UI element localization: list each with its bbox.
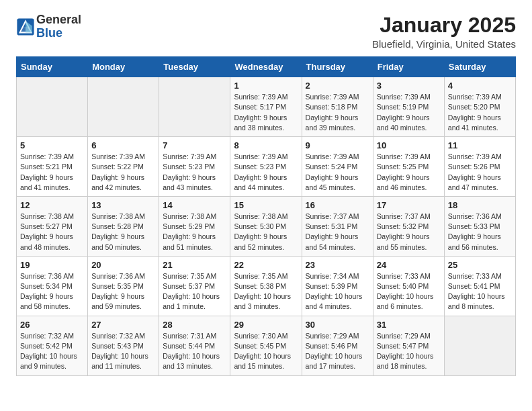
svg-rect-3	[21, 27, 29, 32]
calendar-week-1: 1Sunrise: 7:39 AM Sunset: 5:17 PM Daylig…	[17, 77, 516, 137]
logo-icon	[16, 17, 35, 36]
day-header-tuesday: Tuesday	[159, 57, 230, 77]
day-info: Sunrise: 7:35 AM Sunset: 5:38 PM Dayligh…	[234, 271, 298, 312]
day-number: 28	[163, 320, 226, 330]
day-info: Sunrise: 7:29 AM Sunset: 5:47 PM Dayligh…	[377, 331, 441, 372]
day-number: 20	[91, 260, 155, 270]
calendar-week-5: 26Sunrise: 7:32 AM Sunset: 5:42 PM Dayli…	[17, 316, 516, 375]
calendar-cell: 19Sunrise: 7:36 AM Sunset: 5:34 PM Dayli…	[17, 256, 88, 316]
day-info: Sunrise: 7:39 AM Sunset: 5:24 PM Dayligh…	[306, 152, 369, 193]
day-number: 8	[234, 140, 298, 150]
calendar-cell: 16Sunrise: 7:37 AM Sunset: 5:31 PM Dayli…	[302, 196, 373, 256]
calendar-cell: 20Sunrise: 7:36 AM Sunset: 5:35 PM Dayli…	[88, 256, 159, 316]
calendar-cell: 7Sunrise: 7:39 AM Sunset: 5:23 PM Daylig…	[159, 137, 230, 197]
day-number: 14	[163, 200, 226, 210]
day-info: Sunrise: 7:32 AM Sunset: 5:42 PM Dayligh…	[20, 331, 84, 372]
calendar-cell: 24Sunrise: 7:33 AM Sunset: 5:40 PM Dayli…	[373, 256, 444, 316]
logo-text: General Blue	[36, 13, 81, 40]
calendar-cell: 23Sunrise: 7:34 AM Sunset: 5:39 PM Dayli…	[302, 256, 373, 316]
day-number: 31	[377, 320, 441, 330]
day-info: Sunrise: 7:31 AM Sunset: 5:44 PM Dayligh…	[163, 331, 226, 372]
day-info: Sunrise: 7:39 AM Sunset: 5:20 PM Dayligh…	[448, 92, 512, 133]
logo: General Blue	[16, 13, 81, 40]
calendar-cell: 18Sunrise: 7:36 AM Sunset: 5:33 PM Dayli…	[444, 196, 515, 256]
day-info: Sunrise: 7:38 AM Sunset: 5:27 PM Dayligh…	[20, 212, 84, 253]
day-info: Sunrise: 7:36 AM Sunset: 5:34 PM Dayligh…	[20, 271, 84, 312]
logo-line1: General	[36, 13, 81, 27]
day-number: 22	[234, 260, 298, 270]
calendar-cell: 29Sunrise: 7:30 AM Sunset: 5:45 PM Dayli…	[230, 316, 302, 375]
calendar-week-2: 5Sunrise: 7:39 AM Sunset: 5:21 PM Daylig…	[17, 137, 516, 197]
calendar-cell: 3Sunrise: 7:39 AM Sunset: 5:19 PM Daylig…	[373, 77, 444, 137]
day-info: Sunrise: 7:33 AM Sunset: 5:40 PM Dayligh…	[377, 271, 441, 312]
calendar-cell: 8Sunrise: 7:39 AM Sunset: 5:23 PM Daylig…	[230, 137, 302, 197]
day-number: 5	[20, 140, 84, 150]
calendar-table: SundayMondayTuesdayWednesdayThursdayFrid…	[16, 56, 516, 375]
calendar-cell: 11Sunrise: 7:39 AM Sunset: 5:26 PM Dayli…	[444, 137, 515, 197]
day-number: 4	[448, 81, 512, 91]
day-info: Sunrise: 7:37 AM Sunset: 5:32 PM Dayligh…	[377, 212, 441, 253]
day-info: Sunrise: 7:38 AM Sunset: 5:30 PM Dayligh…	[234, 212, 298, 253]
day-info: Sunrise: 7:39 AM Sunset: 5:21 PM Dayligh…	[20, 152, 84, 193]
calendar-cell: 13Sunrise: 7:38 AM Sunset: 5:28 PM Dayli…	[88, 196, 159, 256]
day-number: 2	[306, 81, 369, 91]
day-number: 16	[306, 200, 369, 210]
calendar-cell: 12Sunrise: 7:38 AM Sunset: 5:27 PM Dayli…	[17, 196, 88, 256]
logo-line2: Blue	[36, 27, 81, 40]
calendar-cell	[444, 316, 515, 375]
header: General Blue January 2025 Bluefield, Vir…	[16, 13, 516, 50]
calendar-cell: 27Sunrise: 7:32 AM Sunset: 5:43 PM Dayli…	[88, 316, 159, 375]
calendar-cell: 17Sunrise: 7:37 AM Sunset: 5:32 PM Dayli…	[373, 196, 444, 256]
day-info: Sunrise: 7:38 AM Sunset: 5:29 PM Dayligh…	[163, 212, 226, 253]
day-header-friday: Friday	[373, 57, 444, 77]
day-number: 13	[91, 200, 155, 210]
calendar-cell: 6Sunrise: 7:39 AM Sunset: 5:22 PM Daylig…	[88, 137, 159, 197]
title-block: January 2025 Bluefield, Virginia, United…	[372, 13, 516, 50]
page: General Blue January 2025 Bluefield, Vir…	[0, 0, 532, 390]
day-info: Sunrise: 7:39 AM Sunset: 5:18 PM Dayligh…	[306, 92, 369, 133]
calendar-week-3: 12Sunrise: 7:38 AM Sunset: 5:27 PM Dayli…	[17, 196, 516, 256]
calendar-cell: 5Sunrise: 7:39 AM Sunset: 5:21 PM Daylig…	[17, 137, 88, 197]
calendar-title: January 2025	[372, 13, 516, 37]
day-number: 7	[163, 140, 226, 150]
calendar-cell: 10Sunrise: 7:39 AM Sunset: 5:25 PM Dayli…	[373, 137, 444, 197]
day-number: 19	[20, 260, 84, 270]
calendar-header-row: SundayMondayTuesdayWednesdayThursdayFrid…	[17, 57, 516, 77]
day-info: Sunrise: 7:39 AM Sunset: 5:25 PM Dayligh…	[377, 152, 441, 193]
day-info: Sunrise: 7:29 AM Sunset: 5:46 PM Dayligh…	[306, 331, 369, 372]
calendar-cell: 9Sunrise: 7:39 AM Sunset: 5:24 PM Daylig…	[302, 137, 373, 197]
day-number: 29	[234, 320, 298, 330]
day-header-wednesday: Wednesday	[230, 57, 302, 77]
day-number: 24	[377, 260, 441, 270]
day-number: 10	[377, 140, 441, 150]
day-info: Sunrise: 7:38 AM Sunset: 5:28 PM Dayligh…	[91, 212, 155, 253]
day-number: 15	[234, 200, 298, 210]
calendar-week-4: 19Sunrise: 7:36 AM Sunset: 5:34 PM Dayli…	[17, 256, 516, 316]
calendar-cell: 28Sunrise: 7:31 AM Sunset: 5:44 PM Dayli…	[159, 316, 230, 375]
day-info: Sunrise: 7:39 AM Sunset: 5:23 PM Dayligh…	[234, 152, 298, 193]
day-info: Sunrise: 7:39 AM Sunset: 5:22 PM Dayligh…	[91, 152, 155, 193]
day-number: 6	[91, 140, 155, 150]
calendar-cell: 1Sunrise: 7:39 AM Sunset: 5:17 PM Daylig…	[230, 77, 302, 137]
calendar-cell: 25Sunrise: 7:33 AM Sunset: 5:41 PM Dayli…	[444, 256, 515, 316]
day-number: 30	[306, 320, 369, 330]
day-info: Sunrise: 7:39 AM Sunset: 5:17 PM Dayligh…	[234, 92, 298, 133]
day-info: Sunrise: 7:39 AM Sunset: 5:26 PM Dayligh…	[448, 152, 512, 193]
day-header-thursday: Thursday	[302, 57, 373, 77]
calendar-cell	[88, 77, 159, 137]
day-info: Sunrise: 7:39 AM Sunset: 5:19 PM Dayligh…	[377, 92, 441, 133]
day-number: 18	[448, 200, 512, 210]
day-number: 25	[448, 260, 512, 270]
day-number: 11	[448, 140, 512, 150]
day-info: Sunrise: 7:32 AM Sunset: 5:43 PM Dayligh…	[91, 331, 155, 372]
calendar-cell: 22Sunrise: 7:35 AM Sunset: 5:38 PM Dayli…	[230, 256, 302, 316]
calendar-cell: 15Sunrise: 7:38 AM Sunset: 5:30 PM Dayli…	[230, 196, 302, 256]
calendar-subtitle: Bluefield, Virginia, United States	[372, 38, 516, 50]
day-number: 12	[20, 200, 84, 210]
day-header-monday: Monday	[88, 57, 159, 77]
day-info: Sunrise: 7:37 AM Sunset: 5:31 PM Dayligh…	[306, 212, 369, 253]
day-header-saturday: Saturday	[444, 57, 515, 77]
day-header-sunday: Sunday	[17, 57, 88, 77]
day-number: 21	[163, 260, 226, 270]
day-number: 17	[377, 200, 441, 210]
